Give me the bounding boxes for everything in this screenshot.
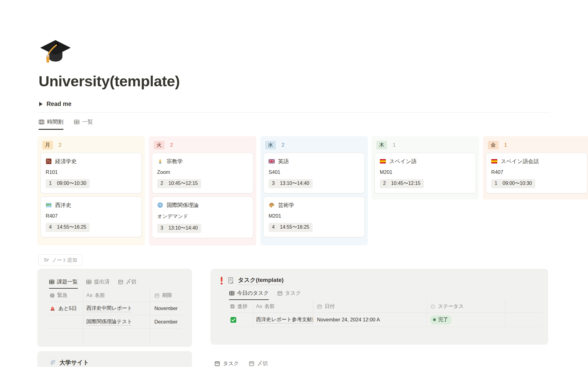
tab-timetable[interactable]: 時間割	[39, 118, 63, 130]
add-note-button[interactable]: ノート追加	[38, 254, 82, 266]
urgent-seal-icon	[50, 293, 55, 298]
column-header-urgent[interactable]: 緊急	[49, 289, 83, 302]
urgent-cell[interactable]	[49, 315, 83, 329]
status-spinner-icon	[430, 304, 435, 309]
period-time-pill: 2 10:45〜12:15	[380, 179, 424, 188]
column-header-date[interactable]: 日付	[313, 300, 427, 313]
period-number: 2	[383, 181, 386, 186]
tab-deadline-bottom[interactable]: 〆切	[249, 360, 268, 367]
table-view-icon	[74, 119, 80, 125]
assignment-link[interactable]: 西洋史中間レポート	[86, 305, 132, 312]
task-link[interactable]: 西洋史レポート参考文献探し	[256, 316, 313, 324]
class-card[interactable]: スペイン語 M201 2 10:45〜12:15	[375, 153, 476, 193]
tab-all-tasks[interactable]: タスク	[277, 290, 301, 300]
header-label: 日付	[325, 303, 335, 310]
class-room: R101	[46, 169, 137, 175]
header-label: 緊急	[57, 292, 67, 299]
column-header[interactable]: 金 1	[483, 136, 588, 153]
class-room: R407	[46, 213, 137, 219]
period-time-pill: 4 14:55〜16:25	[269, 223, 313, 232]
board-column-friday: 金 1 スペイン語会話 R407 1 09:00〜10:30	[483, 136, 588, 200]
date-cell[interactable]: November 24, 2024 12:00 A	[313, 313, 427, 327]
bottom-view-tabs: タスク 〆切	[214, 360, 268, 367]
readme-toggle[interactable]: Read me	[39, 100, 71, 107]
calendar-icon	[277, 290, 283, 296]
class-card[interactable]: スペイン語会話 R407 1 09:00〜10:30	[486, 153, 587, 193]
text-property-icon: Aa	[86, 293, 92, 298]
time-range: 09:00〜10:30	[57, 180, 86, 187]
progress-cell[interactable]	[229, 313, 253, 327]
text-property-icon: Aa	[256, 304, 262, 309]
assignment-name-cell[interactable]: 国際関係理論テスト	[83, 315, 150, 329]
column-header-status[interactable]: ステータス	[427, 300, 505, 313]
column-header-name[interactable]: Aa 名前	[83, 289, 150, 302]
tab-tasks-bottom[interactable]: タスク	[214, 360, 239, 367]
class-card[interactable]: 経済学史 R101 1 09:00〜10:30	[40, 153, 142, 193]
due-cell[interactable]: December	[150, 315, 182, 329]
task-name-cell[interactable]: 西洋史レポート参考文献探し	[253, 313, 313, 327]
day-badge: 水	[265, 141, 276, 149]
tab-label: タスク	[285, 290, 301, 297]
calendar-icon	[249, 361, 254, 366]
globe-icon	[157, 202, 163, 208]
time-range: 13:10〜14:40	[168, 225, 198, 231]
assignments-tabs: 課題一覧 提出済 〆切	[49, 278, 192, 289]
column-header-due[interactable]: 期限	[150, 289, 182, 302]
class-name: 芸術学	[278, 201, 294, 209]
class-card[interactable]: 英語 S401 3 13:10〜14:40	[263, 153, 365, 193]
period-number: 3	[272, 181, 275, 186]
tab-assignment-list[interactable]: 課題一覧	[49, 278, 78, 289]
class-room: S401	[269, 169, 360, 175]
class-card[interactable]: 芸術学 M201 4 14:55〜16:25	[263, 197, 365, 237]
tab-label: 今日のタスク	[237, 290, 269, 297]
tab-submitted[interactable]: 提出済	[86, 278, 110, 289]
status-cell[interactable]: 完了	[427, 313, 505, 327]
day-badge: 金	[488, 141, 499, 149]
column-header[interactable]: 木 1	[371, 136, 479, 153]
column-header[interactable]: 火 2	[149, 136, 256, 153]
header-label: 期限	[162, 292, 172, 299]
date-value: November 24, 2024 12:00 A	[317, 317, 380, 323]
calendar-icon	[214, 361, 220, 366]
tab-deadline[interactable]: 〆切	[118, 278, 136, 289]
tab-list[interactable]: 一覧	[74, 118, 93, 130]
time-range: 09:00〜10:30	[503, 180, 532, 187]
column-header[interactable]: 月 2	[37, 136, 145, 153]
page-icon graduation-cap-icon[interactable]	[39, 36, 72, 69]
tab-list-label: 一覧	[82, 118, 93, 125]
urgent-cell[interactable]: あと5日	[49, 302, 83, 315]
tasks-tabs: 今日のタスク タスク	[229, 290, 548, 300]
due-cell[interactable]: November	[150, 302, 182, 315]
assignment-link[interactable]: 国際関係理論テスト	[86, 318, 132, 326]
board-view-icon	[39, 119, 44, 125]
header-label: ステータス	[438, 303, 464, 310]
tab-today-tasks[interactable]: 今日のタスク	[229, 290, 269, 300]
class-card[interactable]: 西洋史 R407 4 14:55〜16:25	[40, 197, 142, 237]
class-name: スペイン語	[389, 158, 417, 165]
assignment-name-cell[interactable]: 西洋史中間レポート	[83, 302, 150, 315]
day-badge: 月	[42, 141, 53, 149]
status-badge[interactable]: 完了	[430, 315, 451, 324]
checked-checkbox-icon[interactable]	[230, 316, 237, 323]
urgent-value: あと5日	[58, 305, 77, 312]
uk-flag-icon	[269, 158, 275, 164]
assignments-table: 緊急 Aa 名前 期限 あと5日	[49, 289, 182, 343]
empty-cell	[83, 329, 150, 343]
empty-cell	[505, 313, 542, 327]
card-count: 1	[393, 142, 396, 148]
column-header-name[interactable]: Aa 名前	[253, 300, 313, 313]
calendar-icon	[154, 293, 160, 298]
calendar-icon	[118, 279, 123, 285]
column-header-progress[interactable]: 進捗	[229, 300, 253, 313]
class-name: スペイン語会話	[501, 158, 539, 165]
class-card[interactable]: 宗教学 Zoom 2 10:45〜12:15	[152, 153, 253, 193]
add-note-label: ノート追加	[52, 257, 77, 264]
university-links-section: 大学サイト	[37, 351, 192, 367]
period-time-pill: 3 13:10〜14:40	[157, 224, 201, 233]
period-time-pill: 4 14:55〜16:25	[46, 223, 90, 232]
class-card[interactable]: 国際関係理論 オンデマンド 3 13:10〜14:40	[152, 197, 253, 238]
tasks-title-link[interactable]: タスク(template)	[238, 276, 284, 285]
empty-header-cell	[505, 300, 542, 313]
class-room: M201	[269, 213, 360, 219]
column-header[interactable]: 水 2	[260, 136, 368, 153]
